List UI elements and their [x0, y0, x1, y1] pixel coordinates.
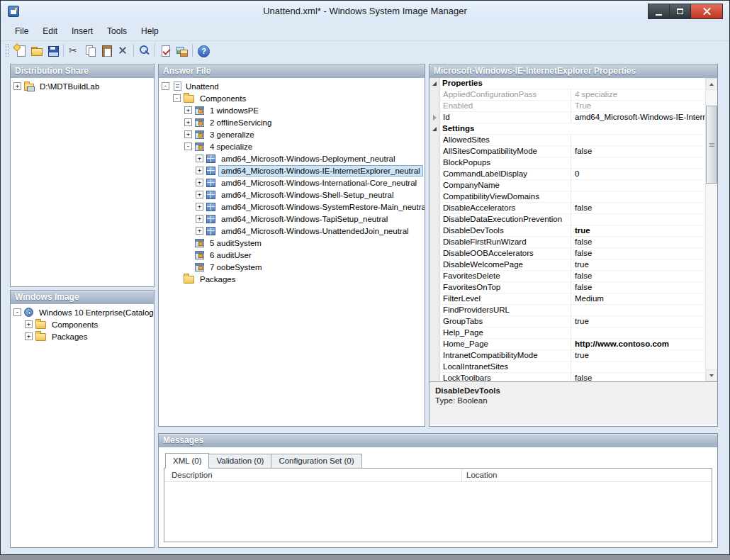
property-section-row[interactable]: Settings — [429, 123, 705, 135]
property-row[interactable]: CompanyName — [429, 180, 705, 191]
tree-item[interactable]: +1 windowsPE — [159, 104, 425, 116]
tree-expand-icon[interactable]: + — [196, 215, 203, 223]
minimize-button[interactable] — [648, 4, 669, 19]
scroll-up-button[interactable] — [706, 78, 717, 90]
tree-item[interactable]: +amd64_Microsoft-Windows-TapiSetup_neutr… — [159, 213, 425, 225]
property-row[interactable]: DisableAcceleratorsfalse — [429, 203, 705, 214]
property-value[interactable]: false — [571, 373, 705, 381]
property-row[interactable]: DisableDevToolstrue — [429, 225, 705, 237]
property-value[interactable] — [571, 191, 705, 202]
tree-item[interactable]: +amd64_Microsoft-Windows-International-C… — [159, 177, 425, 189]
close-button[interactable] — [690, 4, 723, 19]
open-answer-file-button[interactable] — [28, 43, 45, 59]
property-row[interactable]: AllowedSites — [429, 135, 705, 146]
properties-scrollbar[interactable] — [705, 78, 717, 381]
property-row[interactable]: DisableFirstRunWizardfalse — [429, 237, 705, 248]
tree-item[interactable]: +Components — [11, 318, 154, 330]
tree-expand-icon[interactable]: + — [196, 155, 203, 162]
property-value[interactable] — [571, 157, 705, 168]
tree-collapse-icon[interactable]: - — [13, 308, 21, 316]
property-row[interactable]: Help_Page — [429, 327, 705, 339]
property-row[interactable]: BlockPopups — [429, 157, 705, 169]
property-value[interactable] — [571, 327, 705, 338]
validate-answer-file-button[interactable] — [157, 43, 174, 59]
property-row[interactable]: FavoritesDeletefalse — [429, 271, 705, 282]
maximize-button[interactable] — [669, 4, 690, 19]
tree-expand-icon[interactable]: + — [25, 320, 33, 328]
column-header-description[interactable]: Description — [164, 469, 462, 481]
cut-button[interactable] — [66, 43, 82, 59]
property-row[interactable]: GroupTabstrue — [429, 316, 705, 327]
tree-item[interactable]: -Windows 10 Enterprise(Catalog) — [11, 306, 154, 318]
tree-item[interactable]: -Components — [159, 92, 425, 104]
tree-item[interactable]: +amd64_Microsoft-Windows-UnattendedJoin_… — [159, 225, 425, 237]
tree-collapse-icon[interactable]: - — [173, 94, 181, 102]
tab-validation[interactable]: Validation (0) — [208, 454, 271, 469]
tree-item[interactable]: -Unattend — [159, 80, 425, 92]
property-value[interactable]: True — [571, 101, 705, 111]
property-value[interactable]: false — [571, 248, 705, 259]
property-row[interactable]: DisableWelcomePagetrue — [429, 259, 705, 271]
property-value[interactable]: http://www.contoso.com — [571, 339, 705, 349]
property-value[interactable]: false — [571, 237, 705, 247]
copy-button[interactable] — [82, 43, 99, 59]
new-answer-file-button[interactable] — [12, 43, 28, 59]
property-value[interactable]: true — [571, 225, 705, 236]
property-value[interactable]: false — [571, 282, 705, 293]
tree-expand-icon[interactable]: + — [25, 332, 33, 340]
tree-expand-icon[interactable]: + — [184, 106, 192, 114]
property-value[interactable] — [571, 305, 705, 315]
tree-item[interactable]: +amd64_Microsoft-Windows-IE-InternetExpl… — [159, 164, 425, 177]
property-row[interactable]: CompatibilityViewDomains — [429, 191, 705, 203]
property-value[interactable]: false — [571, 271, 705, 281]
tree-expand-icon[interactable]: + — [196, 191, 203, 198]
property-row[interactable]: DisableOOBAcceleratorsfalse — [429, 248, 705, 259]
property-row[interactable]: LocalIntranetSites — [429, 362, 705, 373]
save-answer-file-button[interactable] — [45, 43, 61, 59]
property-value[interactable] — [571, 180, 705, 191]
menu-item-insert[interactable]: Insert — [64, 23, 100, 39]
property-value[interactable] — [571, 214, 705, 225]
tree-item[interactable]: +amd64_Microsoft-Windows-Shell-Setup_neu… — [159, 189, 425, 201]
property-value[interactable]: true — [571, 316, 705, 327]
paste-button[interactable] — [99, 43, 115, 59]
delete-button[interactable] — [115, 43, 131, 59]
tree-expand-icon[interactable]: + — [196, 203, 203, 211]
scrollbar-thumb[interactable] — [706, 106, 717, 184]
tree-expand-icon[interactable]: + — [196, 227, 203, 235]
property-row[interactable]: FavoritesOnTopfalse — [429, 282, 705, 293]
tree-expand-icon[interactable]: + — [196, 179, 203, 186]
tree-item[interactable]: +amd64_Microsoft-Windows-SystemRestore-M… — [159, 201, 425, 213]
tree-expand-icon[interactable]: + — [184, 130, 192, 138]
property-value[interactable]: true — [571, 259, 705, 270]
tree-expand-icon[interactable]: + — [13, 82, 21, 90]
tree-item[interactable]: -4 specialize — [159, 140, 425, 152]
tab-xml[interactable]: XML (0) — [165, 453, 209, 469]
property-section-row[interactable]: Properties — [429, 78, 705, 89]
menu-item-help[interactable]: Help — [134, 23, 166, 39]
property-row[interactable]: LockToolbarsfalse — [429, 373, 705, 381]
tree-item[interactable]: 7 oobeSystem — [159, 261, 425, 273]
property-value[interactable]: false — [571, 203, 705, 213]
scrollbar-track[interactable] — [706, 90, 717, 369]
find-button[interactable] — [136, 43, 152, 59]
property-row[interactable]: CommandLabelDisplay0 — [429, 169, 705, 180]
property-row[interactable]: Idamd64_Microsoft-Windows-IE-InternetExp… — [429, 112, 705, 123]
property-value[interactable] — [571, 135, 705, 145]
property-row[interactable]: FilterLevelMedium — [429, 293, 705, 305]
tree-item[interactable]: 5 auditSystem — [159, 237, 425, 249]
property-row[interactable]: IntranetCompatibilityModetrue — [429, 350, 705, 362]
scroll-down-button[interactable] — [706, 369, 717, 381]
tree-item[interactable]: +3 generalize — [159, 128, 425, 140]
tree-item[interactable]: +amd64_Microsoft-Windows-Deployment_neut… — [159, 152, 425, 164]
help-button[interactable] — [195, 43, 211, 59]
property-value[interactable]: 4 specialize — [571, 89, 705, 100]
property-row[interactable]: AppliedConfigurationPass4 specialize — [429, 89, 705, 101]
toolbar-grip[interactable] — [6, 44, 9, 57]
tab-configuration[interactable]: Configuration Set (0) — [271, 454, 361, 469]
menu-item-edit[interactable]: Edit — [35, 23, 64, 39]
create-configuration-set-button[interactable] — [174, 43, 190, 59]
property-value[interactable]: false — [571, 146, 705, 157]
menu-item-tools[interactable]: Tools — [100, 23, 134, 39]
tree-item[interactable]: +D:\MDTBuildLab — [11, 80, 154, 92]
